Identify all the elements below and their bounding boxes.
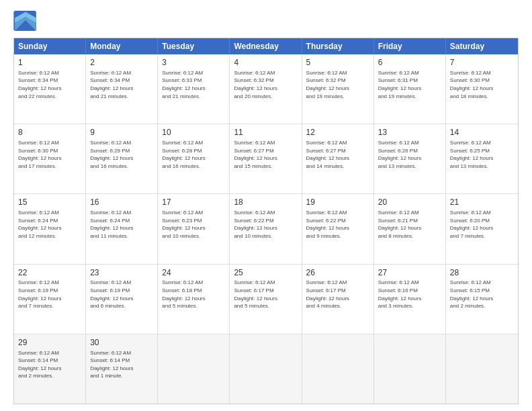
- day-info: Sunrise: 6:12 AMSunset: 6:30 PMDaylight:…: [450, 69, 514, 100]
- day-number: 22: [18, 267, 81, 279]
- day-info: Sunrise: 6:12 AMSunset: 6:21 PMDaylight:…: [378, 209, 441, 240]
- calendar-cell: 28Sunrise: 6:12 AMSunset: 6:15 PMDayligh…: [446, 265, 518, 334]
- day-info: Sunrise: 6:12 AMSunset: 6:26 PMDaylight:…: [378, 139, 441, 170]
- calendar-cell: 30Sunrise: 6:12 AMSunset: 6:14 PMDayligh…: [86, 334, 158, 404]
- calendar-cell: 8Sunrise: 6:12 AMSunset: 6:30 PMDaylight…: [14, 124, 86, 193]
- calendar: Sunday Monday Tuesday Wednesday Thursday…: [13, 38, 519, 404]
- calendar-cell: [446, 334, 518, 404]
- calendar-cell: 14Sunrise: 6:12 AMSunset: 6:25 PMDayligh…: [446, 124, 518, 193]
- day-info: Sunrise: 6:12 AMSunset: 6:27 PMDaylight:…: [234, 139, 297, 170]
- day-info: Sunrise: 6:12 AMSunset: 6:15 PMDaylight:…: [450, 279, 514, 310]
- day-number: 24: [162, 267, 225, 279]
- calendar-cell: [230, 334, 302, 404]
- calendar-cell: 5Sunrise: 6:12 AMSunset: 6:32 PMDaylight…: [302, 54, 374, 124]
- day-number: 10: [162, 127, 225, 138]
- calendar-cell: 21Sunrise: 6:12 AMSunset: 6:20 PMDayligh…: [446, 194, 518, 263]
- day-number: 18: [234, 197, 297, 208]
- day-number: 11: [234, 127, 297, 138]
- day-info: Sunrise: 6:12 AMSunset: 6:34 PMDaylight:…: [18, 69, 81, 100]
- day-info: Sunrise: 6:12 AMSunset: 6:20 PMDaylight:…: [450, 209, 514, 240]
- day-number: 3: [162, 57, 225, 68]
- day-info: Sunrise: 6:12 AMSunset: 6:17 PMDaylight:…: [234, 279, 297, 310]
- calendar-cell: 7Sunrise: 6:12 AMSunset: 6:30 PMDaylight…: [446, 54, 518, 124]
- day-info: Sunrise: 6:12 AMSunset: 6:33 PMDaylight:…: [162, 69, 225, 100]
- calendar-cell: 15Sunrise: 6:12 AMSunset: 6:24 PMDayligh…: [14, 194, 86, 263]
- header: [13, 11, 519, 31]
- day-number: 5: [306, 57, 369, 68]
- calendar-cell: 29Sunrise: 6:12 AMSunset: 6:14 PMDayligh…: [14, 334, 86, 404]
- calendar-row-3: 15Sunrise: 6:12 AMSunset: 6:24 PMDayligh…: [14, 193, 518, 263]
- day-number: 2: [90, 57, 153, 68]
- day-number: 20: [378, 197, 441, 208]
- day-info: Sunrise: 6:12 AMSunset: 6:14 PMDaylight:…: [18, 349, 81, 380]
- day-info: Sunrise: 6:12 AMSunset: 6:16 PMDaylight:…: [378, 279, 441, 310]
- day-number: 12: [306, 127, 369, 138]
- day-info: Sunrise: 6:12 AMSunset: 6:22 PMDaylight:…: [234, 209, 297, 240]
- header-monday: Monday: [86, 38, 158, 54]
- calendar-cell: 16Sunrise: 6:12 AMSunset: 6:24 PMDayligh…: [86, 194, 158, 263]
- day-number: 14: [450, 127, 514, 138]
- day-number: 13: [378, 127, 441, 138]
- day-info: Sunrise: 6:12 AMSunset: 6:31 PMDaylight:…: [378, 69, 441, 100]
- day-info: Sunrise: 6:12 AMSunset: 6:23 PMDaylight:…: [162, 209, 225, 240]
- day-info: Sunrise: 6:12 AMSunset: 6:32 PMDaylight:…: [234, 69, 297, 100]
- calendar-cell: 27Sunrise: 6:12 AMSunset: 6:16 PMDayligh…: [374, 265, 446, 334]
- day-number: 7: [450, 57, 514, 68]
- day-info: Sunrise: 6:12 AMSunset: 6:17 PMDaylight:…: [306, 279, 369, 310]
- calendar-cell: [374, 334, 446, 404]
- logo-icon: [13, 11, 38, 31]
- calendar-cell: 10Sunrise: 6:12 AMSunset: 6:28 PMDayligh…: [158, 124, 230, 193]
- day-info: Sunrise: 6:12 AMSunset: 6:32 PMDaylight:…: [306, 69, 369, 100]
- calendar-cell: 26Sunrise: 6:12 AMSunset: 6:17 PMDayligh…: [302, 265, 374, 334]
- header-thursday: Thursday: [302, 38, 374, 54]
- header-tuesday: Tuesday: [158, 38, 230, 54]
- calendar-body: 1Sunrise: 6:12 AMSunset: 6:34 PMDaylight…: [14, 54, 518, 404]
- header-friday: Friday: [374, 38, 446, 54]
- day-number: 19: [306, 197, 369, 208]
- calendar-cell: 12Sunrise: 6:12 AMSunset: 6:27 PMDayligh…: [302, 124, 374, 193]
- day-info: Sunrise: 6:12 AMSunset: 6:25 PMDaylight:…: [450, 139, 514, 170]
- calendar-cell: 1Sunrise: 6:12 AMSunset: 6:34 PMDaylight…: [14, 54, 86, 124]
- header-saturday: Saturday: [446, 38, 518, 54]
- calendar-cell: 3Sunrise: 6:12 AMSunset: 6:33 PMDaylight…: [158, 54, 230, 124]
- day-info: Sunrise: 6:12 AMSunset: 6:19 PMDaylight:…: [90, 279, 153, 310]
- day-number: 4: [234, 57, 297, 68]
- day-number: 29: [18, 337, 81, 349]
- day-number: 17: [162, 197, 225, 208]
- day-number: 27: [378, 267, 441, 279]
- calendar-cell: 2Sunrise: 6:12 AMSunset: 6:34 PMDaylight…: [86, 54, 158, 124]
- page: Sunday Monday Tuesday Wednesday Thursday…: [0, 0, 532, 411]
- calendar-row-5: 29Sunrise: 6:12 AMSunset: 6:14 PMDayligh…: [14, 334, 518, 404]
- day-info: Sunrise: 6:12 AMSunset: 6:28 PMDaylight:…: [162, 139, 225, 170]
- calendar-cell: 23Sunrise: 6:12 AMSunset: 6:19 PMDayligh…: [86, 265, 158, 334]
- calendar-cell: 22Sunrise: 6:12 AMSunset: 6:19 PMDayligh…: [14, 265, 86, 334]
- calendar-cell: 19Sunrise: 6:12 AMSunset: 6:22 PMDayligh…: [302, 194, 374, 263]
- calendar-header: Sunday Monday Tuesday Wednesday Thursday…: [14, 38, 518, 54]
- day-number: 1: [18, 57, 81, 68]
- calendar-cell: 4Sunrise: 6:12 AMSunset: 6:32 PMDaylight…: [230, 54, 302, 124]
- calendar-cell: 6Sunrise: 6:12 AMSunset: 6:31 PMDaylight…: [374, 54, 446, 124]
- calendar-cell: 17Sunrise: 6:12 AMSunset: 6:23 PMDayligh…: [158, 194, 230, 263]
- day-info: Sunrise: 6:12 AMSunset: 6:34 PMDaylight:…: [90, 69, 153, 100]
- header-sunday: Sunday: [14, 38, 86, 54]
- day-info: Sunrise: 6:12 AMSunset: 6:24 PMDaylight:…: [90, 209, 153, 240]
- header-wednesday: Wednesday: [230, 38, 302, 54]
- calendar-cell: 18Sunrise: 6:12 AMSunset: 6:22 PMDayligh…: [230, 194, 302, 263]
- calendar-cell: [302, 334, 374, 404]
- day-number: 21: [450, 197, 514, 208]
- day-info: Sunrise: 6:12 AMSunset: 6:22 PMDaylight:…: [306, 209, 369, 240]
- day-number: 16: [90, 197, 153, 208]
- day-number: 30: [90, 337, 153, 349]
- calendar-cell: 24Sunrise: 6:12 AMSunset: 6:18 PMDayligh…: [158, 265, 230, 334]
- calendar-cell: 13Sunrise: 6:12 AMSunset: 6:26 PMDayligh…: [374, 124, 446, 193]
- day-info: Sunrise: 6:12 AMSunset: 6:14 PMDaylight:…: [90, 349, 153, 380]
- calendar-cell: 11Sunrise: 6:12 AMSunset: 6:27 PMDayligh…: [230, 124, 302, 193]
- day-number: 23: [90, 267, 153, 279]
- calendar-cell: 20Sunrise: 6:12 AMSunset: 6:21 PMDayligh…: [374, 194, 446, 263]
- calendar-cell: 9Sunrise: 6:12 AMSunset: 6:29 PMDaylight…: [86, 124, 158, 193]
- logo: [13, 11, 40, 31]
- day-info: Sunrise: 6:12 AMSunset: 6:18 PMDaylight:…: [162, 279, 225, 310]
- day-number: 15: [18, 197, 81, 208]
- day-info: Sunrise: 6:12 AMSunset: 6:27 PMDaylight:…: [306, 139, 369, 170]
- calendar-row-2: 8Sunrise: 6:12 AMSunset: 6:30 PMDaylight…: [14, 124, 518, 193]
